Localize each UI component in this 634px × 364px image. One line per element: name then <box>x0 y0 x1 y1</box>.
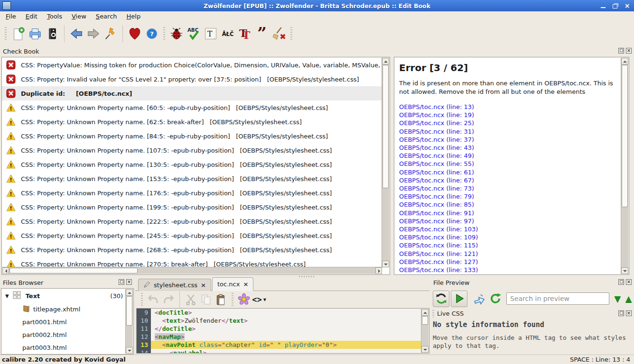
error-location-link[interactable]: OEBPS/toc.ncx (line: 55) <box>399 160 618 168</box>
error-location-link[interactable]: OEBPS/toc.ncx (line: 25) <box>399 119 618 127</box>
scrollbar-thumb[interactable] <box>382 65 389 188</box>
toolbar-drag-handle[interactable] <box>141 293 143 306</box>
check-result-row[interactable]: Duplicate id: [OEBPS/toc.ncx] <box>2 86 382 100</box>
check-result-row[interactable]: CSS: PropertyValue: Missing token for pr… <box>2 58 382 72</box>
scrollbar-thumb[interactable] <box>422 316 428 325</box>
error-location-link[interactable]: OEBPS/toc.ncx (line: 109) <box>399 233 618 241</box>
error-location-link[interactable]: OEBPS/toc.ncx (line: 13) <box>399 103 618 111</box>
redo-icon[interactable] <box>162 293 175 306</box>
scroll-down-arrow[interactable] <box>382 261 389 267</box>
check-result-row[interactable]: ! CSS: Property: Unknown Property name. … <box>2 172 382 186</box>
check-result-row[interactable]: ! CSS: Property: Unknown Property name. … <box>2 115 382 129</box>
follow-cursor-icon[interactable] <box>473 292 486 305</box>
scroll-up-arrow[interactable] <box>126 289 133 296</box>
check-result-row[interactable]: ! CSS: Property: Unknown Property name. … <box>2 200 382 214</box>
paste-icon[interactable] <box>214 293 228 306</box>
file-list-item[interactable]: part0001.html <box>1 316 126 328</box>
file-list-item[interactable]: titlepage.xhtml <box>1 303 126 316</box>
toolbar-drag-handle[interactable] <box>232 293 233 306</box>
files-vscrollbar[interactable] <box>125 289 133 354</box>
scroll-left-arrow[interactable] <box>2 267 9 274</box>
error-location-link[interactable]: OEBPS/toc.ncx (line: 115) <box>399 241 618 249</box>
editor-vscrollbar[interactable] <box>421 309 429 353</box>
change-case-icon[interactable]: TT <box>237 26 252 41</box>
bookmark-pin-icon[interactable] <box>103 26 118 41</box>
menu-item[interactable]: Help <box>122 12 146 21</box>
float-panel-button[interactable] <box>618 310 624 316</box>
check-result-row[interactable]: ! CSS: Property: Unknown Property name. … <box>2 243 382 257</box>
float-panel-button[interactable] <box>119 279 124 285</box>
menu-item[interactable]: Edit <box>21 12 42 21</box>
remove-unused-css-icon[interactable] <box>271 26 287 41</box>
menu-item[interactable]: Search <box>91 12 122 21</box>
close-panel-button[interactable]: × <box>126 279 132 285</box>
error-location-link[interactable]: OEBPS/toc.ncx (line: 73) <box>399 184 618 192</box>
insert-flower-icon[interactable] <box>237 293 251 306</box>
close-panel-button[interactable]: × <box>626 48 632 54</box>
scroll-down-arrow[interactable] <box>621 267 628 274</box>
scroll-right-arrow[interactable] <box>375 267 382 274</box>
scroll-up-arrow[interactable] <box>421 309 429 316</box>
toolbar-drag-handle[interactable] <box>290 27 292 40</box>
files-group-text[interactable]: ▼ Text (30) <box>1 289 126 303</box>
check-result-row[interactable]: ! CSS: Property: Unknown Property name. … <box>2 186 382 200</box>
check-result-row[interactable]: ! CSS: Property: Unknown Property name. … <box>2 129 382 143</box>
file-list-item[interactable]: part0003.html <box>1 341 126 354</box>
check-result-row[interactable]: ! CSS: Property: Unknown Property name. … <box>2 257 382 267</box>
book-icon[interactable] <box>45 26 60 41</box>
new-file-icon[interactable] <box>10 26 26 41</box>
scroll-down-arrow[interactable] <box>126 347 133 354</box>
check-result-row[interactable]: ! CSS: Property: Unknown Property name. … <box>2 100 382 115</box>
error-location-link[interactable]: OEBPS/toc.ncx (line: 79) <box>399 192 618 200</box>
check-result-row[interactable]: CSS: Property: Invalid value for "CSS Le… <box>2 72 382 86</box>
error-location-link[interactable]: OEBPS/toc.ncx (line: 85) <box>399 200 618 209</box>
insert-character-icon[interactable]: T, <box>203 26 218 41</box>
float-panel-button[interactable] <box>618 279 624 285</box>
cut-icon[interactable] <box>184 293 197 306</box>
find-previous-icon[interactable]: ▲ <box>625 295 632 303</box>
smarten-punctuation-icon[interactable]: ” <box>254 26 270 41</box>
error-location-link[interactable]: OEBPS/toc.ncx (line: 127) <box>399 258 618 266</box>
toolbar-drag-handle[interactable] <box>163 27 165 40</box>
scroll-up-arrow[interactable] <box>621 58 628 64</box>
help-icon[interactable]: ? <box>144 26 159 41</box>
scroll-up-arrow[interactable] <box>382 58 389 64</box>
check-list-hscrollbar[interactable] <box>2 267 382 274</box>
check-result-row[interactable]: ! CSS: Property: Unknown Property name. … <box>2 143 382 157</box>
check-result-row[interactable]: ! CSS: Property: Unknown Property name. … <box>2 157 382 172</box>
error-location-link[interactable]: OEBPS/toc.ncx (line: 121) <box>399 250 618 258</box>
scrollbar-thumb[interactable] <box>622 65 628 207</box>
error-location-link[interactable]: OEBPS/toc.ncx (line: 61) <box>399 168 618 176</box>
tab-toc-ncx[interactable]: toc.ncx × <box>212 277 253 291</box>
scrollbar-thumb[interactable] <box>9 268 138 273</box>
undo-icon[interactable] <box>147 293 160 306</box>
preview-search-input[interactable] <box>506 292 609 305</box>
error-location-link[interactable]: OEBPS/toc.ncx (line: 37) <box>399 136 618 144</box>
error-location-link[interactable]: OEBPS/toc.ncx (line: 133) <box>399 266 618 274</box>
code-tag-dropdown-icon[interactable]: <>▼ <box>252 293 266 306</box>
file-list-item[interactable]: part0002.html <box>1 328 126 341</box>
save-icon[interactable] <box>28 26 43 41</box>
close-panel-button[interactable]: × <box>626 279 632 285</box>
expander-triangle-icon[interactable]: ▼ <box>5 293 9 299</box>
error-location-link[interactable]: OEBPS/toc.ncx (line: 49) <box>399 152 618 160</box>
copy-icon[interactable] <box>199 293 213 306</box>
restore-button[interactable] <box>612 3 618 9</box>
error-location-link[interactable]: OEBPS/toc.ncx (line: 43) <box>399 144 618 152</box>
menu-item[interactable]: Tools <box>42 12 67 21</box>
back-icon[interactable] <box>69 26 84 41</box>
close-panel-button[interactable]: × <box>626 310 632 316</box>
forward-icon[interactable] <box>86 26 101 41</box>
toolbar-drag-handle[interactable] <box>5 27 7 40</box>
splitter-handle[interactable] <box>299 276 315 277</box>
check-result-row[interactable]: ! CSS: Property: Unknown Property name. … <box>2 214 382 228</box>
scrollbar-thumb[interactable] <box>126 296 132 326</box>
spell-check-icon[interactable]: ABC <box>186 26 201 41</box>
play-preview-button[interactable] <box>451 291 467 307</box>
transliterate-icon[interactable]: ÅŁČ <box>220 26 235 41</box>
minimize-button[interactable] <box>600 3 606 9</box>
float-panel-button[interactable] <box>618 48 624 54</box>
check-list-vscrollbar[interactable] <box>382 58 389 267</box>
donate-heart-icon[interactable] <box>127 26 142 41</box>
error-location-link[interactable]: OEBPS/toc.ncx (line: 103) <box>399 225 618 233</box>
